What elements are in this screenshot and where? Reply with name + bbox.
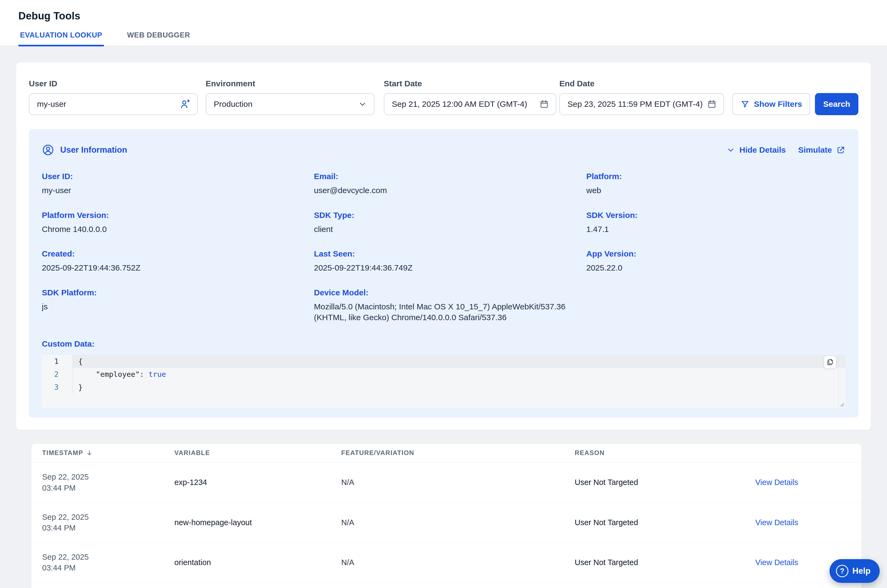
copy-button[interactable] [824,356,836,369]
variable-cell: exp-1234 [174,478,341,487]
field-value: user@devcycle.com [314,185,576,196]
user-information-fields: User ID: my-user Email: user@devcycle.co… [42,172,845,323]
table-row: Sep 22, 202503:44 PM exp-1234 N/A User N… [31,463,861,502]
custom-data-label: Custom Data: [42,339,845,348]
user-id-field-group: User ID [29,79,198,115]
copy-icon [827,358,834,366]
code-line: 1 { [42,355,845,368]
field-label: Last Seen: [314,249,576,258]
variable-cell: new-homepage-layout [174,518,341,527]
field-value: js [42,301,303,312]
help-button[interactable]: ? Help [830,559,880,583]
column-header-timestamp[interactable]: TIMESTAMP [42,449,174,457]
start-date-value: Sep 21, 2025 12:00 AM EDT (GMT-4) [392,99,540,109]
start-date-label: Start Date [384,79,556,88]
view-details-link[interactable]: View Details [755,558,798,567]
sort-desc-icon [86,449,93,456]
field-label: App Version: [586,249,834,258]
feature-variation-cell: N/A [341,558,575,567]
end-date-value: Sep 23, 2025 11:59 PM EDT (GMT-4) [567,99,707,109]
code-content: "employee": true [73,368,845,381]
view-details-link[interactable]: View Details [755,478,798,487]
calendar-icon[interactable] [707,99,716,109]
user-info-field-email: Email: user@devcycle.com [314,172,586,196]
external-link-icon [836,146,845,154]
user-info-field-app-version: App Version: 2025.22.0 [586,249,845,273]
user-info-field-last-seen: Last Seen: 2025-09-22T19:44:36.749Z [314,249,586,273]
field-label: SDK Version: [586,211,834,220]
line-number: 3 [42,381,73,394]
tab-web-debugger[interactable]: WEB DEBUGGER [126,31,192,46]
field-value: web [586,185,834,196]
actions-cell: View Details [755,518,861,527]
user-info-field-device-model: Device Model: Mozilla/5.0 (Macintosh; In… [314,288,586,323]
reason-cell: User Not Targeted [575,478,755,487]
feature-variation-cell: N/A [341,478,575,487]
field-label: Device Model: [314,288,576,297]
feature-variation-cell: N/A [341,518,575,527]
environment-select[interactable]: Production [206,93,374,115]
filter-funnel-icon [740,99,750,109]
code-content: } [73,381,845,394]
simulate-button[interactable]: Simulate [798,146,845,154]
search-label: Search [823,99,850,109]
field-value: 2025-09-22T19:44:36.752Z [42,262,303,273]
table-body: Sep 22, 202503:44 PM exp-1234 N/A User N… [31,463,861,588]
user-info-field-sdk-platform: SDK Platform: js [42,288,314,323]
help-label: Help [852,566,870,576]
user-info-field-sdk-version: SDK Version: 1.47.1 [586,211,845,235]
field-label: Email: [314,172,576,181]
resize-handle[interactable] [839,401,844,407]
user-info-field-sdk-type: SDK Type: client [314,211,586,235]
tab-bar: EVALUATION LOOKUPWEB DEBUGGER [18,31,887,46]
user-info-field-platform: Platform: web [586,172,845,196]
environment-selected-value: Production [214,99,358,109]
custom-data-editor[interactable]: 1 { 2 "employee": true 3 } [42,355,845,408]
field-value: 2025.22.0 [586,262,834,273]
start-date-input[interactable]: Sep 21, 2025 12:00 AM EDT (GMT-4) [384,93,556,115]
simulate-label: Simulate [798,146,832,154]
table-header-row: TIMESTAMP VARIABLE FEATURE/VARIATION REA… [31,444,861,463]
column-header-feature-variation: FEATURE/VARIATION [341,449,575,457]
field-value: my-user [42,185,303,196]
user-information-title: User Information [60,145,127,155]
question-mark-icon: ? [836,565,848,577]
hide-details-button[interactable]: Hide Details [726,146,786,154]
start-date-field-group: Start Date Sep 21, 2025 12:00 AM EDT (GM… [384,79,556,115]
user-id-label: User ID [29,79,198,88]
column-header-reason: REASON [575,449,755,457]
show-filters-button[interactable]: Show Filters [732,93,810,115]
user-id-input[interactable] [37,99,180,109]
show-filters-label: Show Filters [754,99,802,109]
search-button[interactable]: Search [815,93,858,115]
reason-cell: User Not Targeted [575,558,755,567]
timestamp-cell: Sep 22, 202503:44 PM [42,512,174,533]
table-row: Sep 22, 202503:44 PM orientation N/A Use… [31,542,861,582]
field-value: Mozilla/5.0 (Macintosh; Intel Mac OS X 1… [314,301,576,323]
field-label: Created: [42,249,303,258]
user-information-panel: User Information Hide Details Simulate [29,129,858,417]
user-circle-icon [42,144,54,156]
view-details-link[interactable]: View Details [755,518,798,527]
code-line: 3 } [42,381,845,394]
timestamp-cell: Sep 22, 202503:44 PM [42,552,174,573]
field-value: 1.47.1 [586,224,834,235]
field-value: 2025-09-22T19:44:36.749Z [314,262,576,273]
tab-evaluation-lookup[interactable]: EVALUATION LOOKUP [18,31,104,46]
environment-field-group: Environment Production [206,79,374,115]
search-form: User ID Environment Production [29,79,858,115]
evaluations-table: TIMESTAMP VARIABLE FEATURE/VARIATION REA… [31,443,862,588]
variable-cell: orientation [174,558,341,567]
field-value: client [314,224,576,235]
user-info-field-created: Created: 2025-09-22T19:44:36.752Z [42,249,314,273]
end-date-input[interactable]: Sep 23, 2025 11:59 PM EDT (GMT-4) [559,93,724,115]
user-info-field-user-id: User ID: my-user [42,172,314,196]
table-row: Sep 22, 202503:44 PM new-homepage-layout… [31,502,861,542]
code-line: 2 "employee": true [42,368,845,381]
line-number: 2 [42,368,73,381]
field-label: SDK Platform: [42,288,303,297]
calendar-icon[interactable] [540,99,549,109]
environment-label: Environment [206,79,374,88]
field-label: User ID: [42,172,303,181]
end-date-label: End Date [559,79,724,88]
